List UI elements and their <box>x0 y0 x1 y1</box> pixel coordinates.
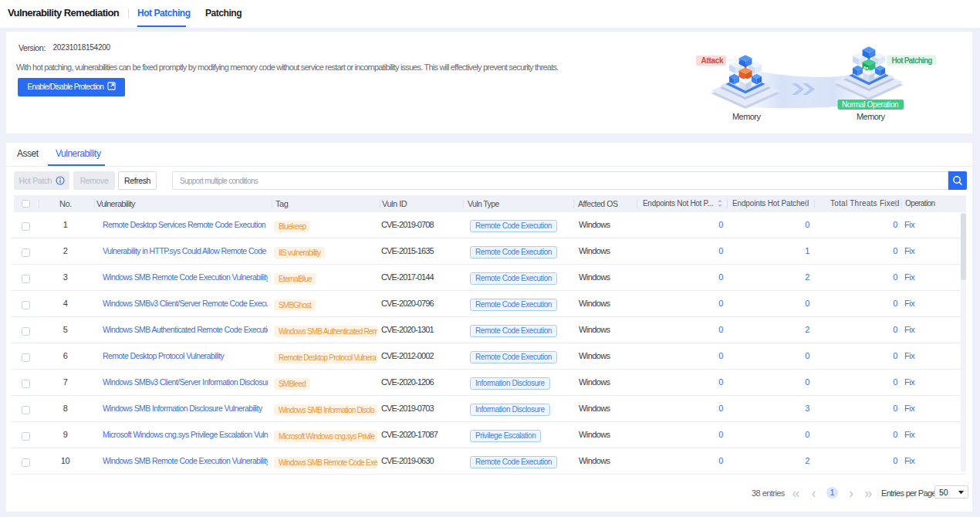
svg-text:Memory: Memory <box>857 112 885 121</box>
svg-text:fix: fix <box>863 66 869 70</box>
svg-text:Hot Patching: Hot Patching <box>892 56 933 65</box>
svg-text:Attack: Attack <box>701 56 725 65</box>
svg-text:Normal Operation: Normal Operation <box>842 100 898 109</box>
svg-text:Memory: Memory <box>732 112 761 121</box>
